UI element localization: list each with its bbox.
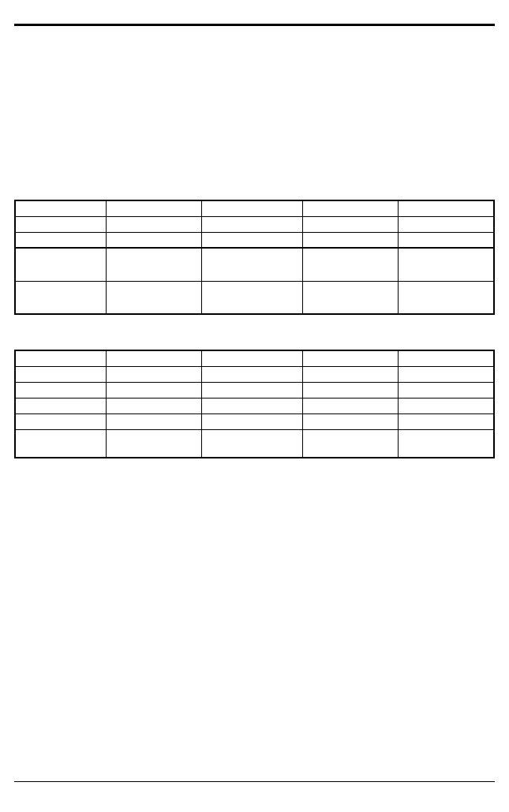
- cell: [106, 248, 201, 281]
- table-row: [15, 366, 494, 382]
- cell: [302, 429, 398, 458]
- cell: [106, 232, 201, 248]
- cell: [399, 366, 494, 382]
- cell: [106, 382, 201, 398]
- cell: [15, 429, 106, 458]
- cell: [399, 382, 494, 398]
- cell: [202, 413, 302, 429]
- cell: [15, 398, 106, 413]
- cell: [399, 248, 494, 281]
- cell: [15, 248, 106, 281]
- cell: [302, 200, 398, 216]
- table-row: [15, 382, 494, 398]
- cell: [106, 216, 201, 232]
- cell: [302, 366, 398, 382]
- cell: [302, 232, 398, 248]
- cell: [106, 398, 201, 413]
- cell: [15, 232, 106, 248]
- cell: [302, 413, 398, 429]
- table-1: [14, 200, 495, 315]
- cell: [399, 429, 494, 458]
- table-row: [15, 200, 494, 216]
- cell: [302, 398, 398, 413]
- cell: [106, 429, 201, 458]
- table-row: [15, 350, 494, 366]
- cell: [202, 350, 302, 366]
- cell: [302, 350, 398, 366]
- table-row: [15, 413, 494, 429]
- cell: [399, 413, 494, 429]
- cell: [15, 281, 106, 314]
- cell: [106, 281, 201, 314]
- cell: [399, 398, 494, 413]
- cell: [202, 366, 302, 382]
- cell: [106, 200, 201, 216]
- cell: [399, 216, 494, 232]
- bottom-rule: [14, 781, 495, 782]
- page: [0, 0, 509, 812]
- cell: [15, 382, 106, 398]
- cell: [202, 200, 302, 216]
- top-rule: [14, 24, 495, 26]
- cell: [399, 200, 494, 216]
- table-row: [15, 216, 494, 232]
- cell: [15, 350, 106, 366]
- cell: [15, 200, 106, 216]
- table-gap: [14, 315, 495, 350]
- cell: [399, 350, 494, 366]
- table-row: [15, 232, 494, 248]
- table-row: [15, 248, 494, 281]
- cell: [15, 413, 106, 429]
- cell: [106, 413, 201, 429]
- table-2: [14, 350, 495, 458]
- cell: [302, 281, 398, 314]
- cell: [202, 429, 302, 458]
- cell: [15, 216, 106, 232]
- cell: [202, 281, 302, 314]
- cell: [15, 366, 106, 382]
- cell: [106, 350, 201, 366]
- cell: [302, 248, 398, 281]
- cell: [202, 232, 302, 248]
- cell: [202, 248, 302, 281]
- cell: [399, 281, 494, 314]
- table-row: [15, 429, 494, 458]
- cell: [202, 398, 302, 413]
- cell: [399, 232, 494, 248]
- cell: [202, 216, 302, 232]
- cell: [302, 382, 398, 398]
- cell: [106, 366, 201, 382]
- table-row: [15, 281, 494, 314]
- table-row: [15, 398, 494, 413]
- cell: [302, 216, 398, 232]
- cell: [202, 382, 302, 398]
